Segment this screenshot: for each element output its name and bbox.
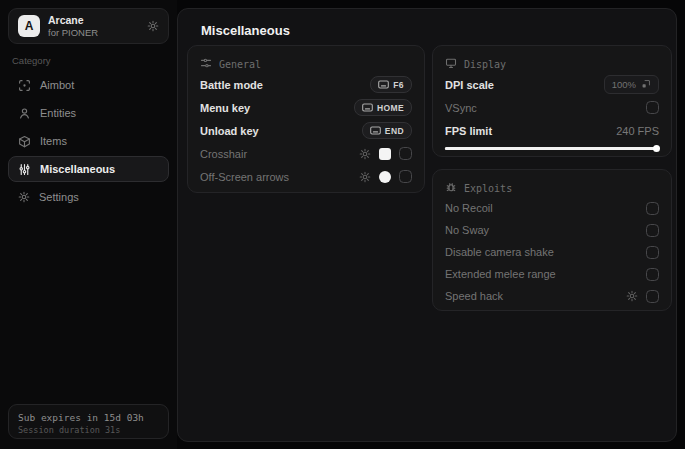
sidebar: A Arcane for PIONER Category AimbotEntit… [0, 0, 177, 449]
unload-key-label: Unload key [200, 125, 259, 137]
crosshair-controls [359, 147, 412, 160]
off-screen-arrows-checkbox[interactable] [399, 170, 412, 183]
slider-fill [445, 147, 659, 150]
disable-camera-shake-checkbox[interactable] [646, 246, 659, 259]
sidebar-nav: AimbotEntitiesItemsMiscellaneousSettings [8, 72, 169, 212]
dpi-scale-row: DPI scale 100% [445, 73, 659, 96]
vsync-checkbox[interactable] [646, 101, 659, 114]
extended-melee-range-controls [646, 268, 659, 281]
fps-limit-value: 240 FPS [616, 125, 659, 137]
battle-mode-keybind-button[interactable]: F6 [370, 76, 412, 93]
battle-mode-row: Battle modeF6 [200, 73, 412, 96]
main-content: Miscellaneous General Battle modeF6Menu … [177, 8, 677, 442]
off-screen-arrows-label: Off-Screen arrows [200, 171, 289, 183]
speed-hack-label: Speed hack [445, 290, 503, 302]
general-panel: General Battle modeF6Menu keyHOMEUnload … [187, 45, 425, 193]
slider-knob[interactable] [653, 145, 660, 152]
no-recoil-row: No Recoil [445, 197, 659, 219]
keyboard-icon [362, 103, 373, 112]
unload-key-keybind-button[interactable]: END [362, 122, 412, 139]
disable-camera-shake-label: Disable camera shake [445, 246, 554, 258]
sidebar-item-label: Miscellaneous [40, 163, 115, 175]
speed-hack-controls [626, 290, 659, 303]
no-sway-label: No Sway [445, 224, 489, 236]
extended-melee-range-checkbox[interactable] [646, 268, 659, 281]
menu-key-keybind-button[interactable]: HOME [354, 99, 412, 116]
fps-limit-row: FPS limit 240 FPS [445, 119, 659, 142]
menu-key-row: Menu keyHOME [200, 96, 412, 119]
battle-mode-key-label: F6 [393, 80, 404, 90]
keyboard-icon [370, 126, 381, 135]
no-sway-controls [646, 224, 659, 237]
fps-limit-label: FPS limit [445, 125, 492, 137]
dpi-scale-select[interactable]: 100% [604, 75, 659, 94]
crosshair-color-swatch[interactable] [379, 148, 391, 160]
keyboard-icon [378, 80, 389, 89]
exploits-panel-title: Exploits [464, 183, 512, 194]
dpi-scale-label: DPI scale [445, 79, 494, 91]
crosshair-checkbox[interactable] [399, 147, 412, 160]
vsync-row: VSync [445, 96, 659, 119]
items-icon [18, 135, 31, 148]
no-recoil-checkbox[interactable] [646, 202, 659, 215]
display-panel: Display DPI scale 100% VSync FPS limit 2… [432, 45, 672, 157]
off-screen-arrows-settings-gear-icon[interactable] [359, 171, 371, 183]
sidebar-item-label: Settings [39, 191, 79, 203]
app-logo: A [18, 15, 40, 37]
fps-limit-slider[interactable] [445, 147, 659, 150]
menu-key-key-label: HOME [377, 103, 404, 113]
battle-mode-controls: F6 [370, 76, 412, 93]
sidebar-item-items[interactable]: Items [8, 128, 169, 154]
sidebar-item-miscellaneous[interactable]: Miscellaneous [8, 156, 169, 182]
general-panel-title: General [219, 59, 261, 70]
extended-melee-range-label: Extended melee range [445, 268, 556, 280]
off-screen-arrows-controls [359, 170, 412, 183]
unload-key-row: Unload keyEND [200, 119, 412, 142]
off-screen-arrows-color-swatch[interactable] [379, 171, 391, 183]
crosshair-row: Crosshair [200, 142, 412, 165]
sliders-h-icon [200, 57, 212, 71]
sidebar-item-label: Items [40, 135, 67, 147]
monitor-icon [445, 57, 457, 71]
vsync-label: VSync [445, 102, 477, 114]
gear-icon [18, 191, 30, 203]
crosshair-label: Crosshair [200, 148, 247, 160]
app-header-card: A Arcane for PIONER [8, 8, 169, 44]
scan-icon [18, 79, 31, 92]
subscription-card: Sub expires in 15d 03h Session duration … [8, 404, 169, 439]
exploits-panel-header: Exploits [445, 179, 659, 197]
off-screen-arrows-row: Off-Screen arrows [200, 165, 412, 188]
scale-icon [641, 79, 651, 91]
extended-melee-range-row: Extended melee range [445, 263, 659, 285]
bug-icon [445, 181, 457, 195]
sidebar-item-aimbot[interactable]: Aimbot [8, 72, 169, 98]
speed-hack-checkbox[interactable] [646, 290, 659, 303]
sidebar-item-settings[interactable]: Settings [8, 184, 169, 210]
category-label: Category [12, 55, 51, 66]
speed-hack-row: Speed hack [445, 285, 659, 307]
app-window: A Arcane for PIONER Category AimbotEntit… [0, 0, 685, 449]
session-duration-text: Session duration 31s [18, 425, 159, 435]
sidebar-item-entities[interactable]: Entities [8, 100, 169, 126]
no-sway-row: No Sway [445, 219, 659, 241]
dpi-scale-value: 100% [612, 79, 636, 90]
crosshair-settings-gear-icon[interactable] [359, 148, 371, 160]
sidebar-item-label: Aimbot [40, 79, 74, 91]
display-panel-title: Display [464, 59, 506, 70]
sidebar-item-label: Entities [40, 107, 76, 119]
general-panel-header: General [200, 55, 412, 73]
exploits-panel: Exploits No RecoilNo SwayDisable camera … [432, 169, 672, 311]
speed-hack-settings-gear-icon[interactable] [626, 290, 638, 302]
no-recoil-controls [646, 202, 659, 215]
app-subtitle: for PIONER [48, 27, 98, 38]
gear-icon[interactable] [147, 20, 159, 32]
no-sway-checkbox[interactable] [646, 224, 659, 237]
battle-mode-label: Battle mode [200, 79, 263, 91]
page-title: Miscellaneous [201, 23, 290, 38]
disable-camera-shake-controls [646, 246, 659, 259]
app-title-block: Arcane for PIONER [48, 14, 98, 38]
unload-key-controls: END [362, 122, 412, 139]
display-panel-header: Display [445, 55, 659, 73]
sliders-icon [18, 163, 31, 176]
app-name: Arcane [48, 14, 98, 27]
